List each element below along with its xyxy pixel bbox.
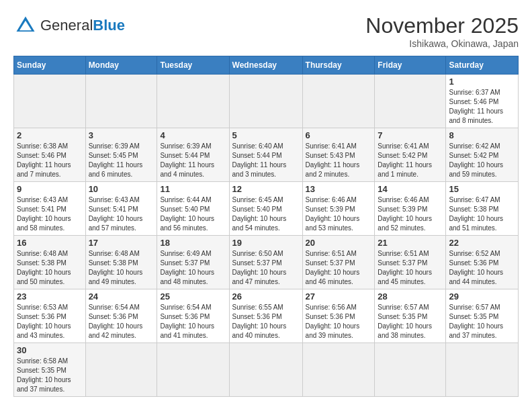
- day-info: Sunrise: 6:57 AM Sunset: 5:35 PM Dayligh…: [449, 303, 515, 340]
- title-block: November 2025 Ishikawa, Okinawa, Japan: [365, 13, 519, 49]
- day-info: Sunrise: 6:51 AM Sunset: 5:37 PM Dayligh…: [306, 249, 372, 287]
- logo-wordmark: GeneralBlue: [40, 18, 125, 33]
- weekday-header-thursday: Thursday: [302, 56, 375, 75]
- day-info: Sunrise: 6:41 AM Sunset: 5:43 PM Dayligh…: [306, 142, 372, 179]
- day-number: 20: [306, 238, 372, 248]
- day-cell: 19Sunrise: 6:50 AM Sunset: 5:37 PM Dayli…: [229, 236, 302, 289]
- day-info: Sunrise: 6:47 AM Sunset: 5:38 PM Dayligh…: [449, 195, 515, 233]
- day-number: 17: [89, 238, 154, 248]
- day-cell: [157, 75, 229, 128]
- day-info: Sunrise: 6:55 AM Sunset: 5:36 PM Dayligh…: [232, 303, 300, 340]
- day-number: 15: [449, 184, 515, 194]
- day-cell: 21Sunrise: 6:51 AM Sunset: 5:37 PM Dayli…: [375, 236, 446, 289]
- day-cell: 4Sunrise: 6:39 AM Sunset: 5:44 PM Daylig…: [157, 128, 229, 182]
- day-cell: [375, 75, 446, 128]
- day-cell: 16Sunrise: 6:48 AM Sunset: 5:38 PM Dayli…: [14, 236, 86, 289]
- day-info: Sunrise: 6:45 AM Sunset: 5:40 PM Dayligh…: [232, 195, 300, 233]
- day-cell: 10Sunrise: 6:43 AM Sunset: 5:41 PM Dayli…: [85, 182, 157, 236]
- week-row-1: 1Sunrise: 6:37 AM Sunset: 5:46 PM Daylig…: [14, 75, 519, 128]
- day-cell: 15Sunrise: 6:47 AM Sunset: 5:38 PM Dayli…: [446, 182, 519, 236]
- day-info: Sunrise: 6:40 AM Sunset: 5:44 PM Dayligh…: [232, 142, 300, 179]
- day-info: Sunrise: 6:54 AM Sunset: 5:36 PM Dayligh…: [160, 303, 226, 340]
- day-cell: 17Sunrise: 6:48 AM Sunset: 5:38 PM Dayli…: [85, 236, 157, 289]
- day-cell: 20Sunrise: 6:51 AM Sunset: 5:37 PM Dayli…: [302, 236, 375, 289]
- day-number: 14: [378, 184, 443, 194]
- day-number: 22: [449, 238, 515, 248]
- day-cell: 29Sunrise: 6:57 AM Sunset: 5:35 PM Dayli…: [446, 289, 519, 343]
- day-info: Sunrise: 6:54 AM Sunset: 5:36 PM Dayligh…: [89, 303, 154, 340]
- calendar-table: SundayMondayTuesdayWednesdayThursdayFrid…: [13, 56, 519, 397]
- day-cell: 5Sunrise: 6:40 AM Sunset: 5:44 PM Daylig…: [229, 128, 302, 182]
- day-info: Sunrise: 6:37 AM Sunset: 5:46 PM Dayligh…: [449, 88, 515, 126]
- day-number: 9: [17, 184, 83, 194]
- day-cell: 23Sunrise: 6:53 AM Sunset: 5:36 PM Dayli…: [14, 289, 86, 343]
- logo: GeneralBlue: [13, 13, 125, 38]
- day-number: 12: [232, 184, 300, 194]
- day-number: 28: [378, 291, 443, 302]
- weekday-header-friday: Friday: [375, 56, 446, 75]
- day-info: Sunrise: 6:50 AM Sunset: 5:37 PM Dayligh…: [232, 249, 300, 287]
- day-number: 25: [160, 291, 226, 302]
- day-info: Sunrise: 6:44 AM Sunset: 5:40 PM Dayligh…: [160, 195, 226, 233]
- day-info: Sunrise: 6:43 AM Sunset: 5:41 PM Dayligh…: [17, 195, 83, 233]
- day-cell: 11Sunrise: 6:44 AM Sunset: 5:40 PM Dayli…: [157, 182, 229, 236]
- day-info: Sunrise: 6:42 AM Sunset: 5:42 PM Dayligh…: [449, 142, 515, 179]
- day-cell: 13Sunrise: 6:46 AM Sunset: 5:39 PM Dayli…: [302, 182, 375, 236]
- day-cell: [229, 343, 302, 397]
- logo-text: GeneralBlue: [40, 18, 125, 33]
- day-number: 8: [449, 130, 515, 140]
- day-number: 21: [378, 238, 443, 248]
- day-info: Sunrise: 6:43 AM Sunset: 5:41 PM Dayligh…: [89, 195, 154, 233]
- week-row-6: 30Sunrise: 6:58 AM Sunset: 5:35 PM Dayli…: [14, 343, 519, 397]
- day-number: 16: [17, 238, 83, 248]
- day-info: Sunrise: 6:57 AM Sunset: 5:35 PM Dayligh…: [378, 303, 443, 340]
- day-number: 13: [306, 184, 372, 194]
- page-header: GeneralBlue November 2025 Ishikawa, Okin…: [13, 13, 519, 49]
- day-cell: [14, 75, 86, 128]
- day-cell: [157, 343, 229, 397]
- week-row-2: 2Sunrise: 6:38 AM Sunset: 5:46 PM Daylig…: [14, 128, 519, 182]
- day-cell: 9Sunrise: 6:43 AM Sunset: 5:41 PM Daylig…: [14, 182, 86, 236]
- day-cell: 25Sunrise: 6:54 AM Sunset: 5:36 PM Dayli…: [157, 289, 229, 343]
- day-number: 27: [306, 291, 372, 302]
- day-number: 4: [160, 130, 226, 140]
- day-info: Sunrise: 6:52 AM Sunset: 5:36 PM Dayligh…: [449, 249, 515, 287]
- day-cell: 1Sunrise: 6:37 AM Sunset: 5:46 PM Daylig…: [446, 75, 519, 128]
- day-number: 11: [160, 184, 226, 194]
- day-number: 23: [17, 291, 83, 302]
- weekday-header-tuesday: Tuesday: [157, 56, 229, 75]
- month-title: November 2025: [365, 13, 519, 38]
- day-info: Sunrise: 6:46 AM Sunset: 5:39 PM Dayligh…: [378, 195, 443, 233]
- day-number: 3: [89, 130, 154, 140]
- day-cell: 7Sunrise: 6:41 AM Sunset: 5:42 PM Daylig…: [375, 128, 446, 182]
- day-cell: 14Sunrise: 6:46 AM Sunset: 5:39 PM Dayli…: [375, 182, 446, 236]
- day-number: 29: [449, 291, 515, 302]
- day-info: Sunrise: 6:51 AM Sunset: 5:37 PM Dayligh…: [378, 249, 443, 287]
- day-info: Sunrise: 6:48 AM Sunset: 5:38 PM Dayligh…: [17, 249, 83, 287]
- day-cell: 6Sunrise: 6:41 AM Sunset: 5:43 PM Daylig…: [302, 128, 375, 182]
- day-info: Sunrise: 6:48 AM Sunset: 5:38 PM Dayligh…: [89, 249, 154, 287]
- week-row-5: 23Sunrise: 6:53 AM Sunset: 5:36 PM Dayli…: [14, 289, 519, 343]
- day-info: Sunrise: 6:53 AM Sunset: 5:36 PM Dayligh…: [17, 303, 83, 340]
- day-cell: [446, 343, 519, 397]
- day-cell: 2Sunrise: 6:38 AM Sunset: 5:46 PM Daylig…: [14, 128, 86, 182]
- day-number: 30: [17, 345, 83, 355]
- day-info: Sunrise: 6:39 AM Sunset: 5:44 PM Dayligh…: [160, 142, 226, 179]
- day-number: 6: [306, 130, 372, 140]
- weekday-header-sunday: Sunday: [14, 56, 86, 75]
- day-info: Sunrise: 6:49 AM Sunset: 5:37 PM Dayligh…: [160, 249, 226, 287]
- day-cell: [85, 343, 157, 397]
- day-number: 19: [232, 238, 300, 248]
- day-info: Sunrise: 6:46 AM Sunset: 5:39 PM Dayligh…: [306, 195, 372, 233]
- weekday-header-wednesday: Wednesday: [229, 56, 302, 75]
- day-info: Sunrise: 6:58 AM Sunset: 5:35 PM Dayligh…: [17, 357, 83, 394]
- day-number: 2: [17, 130, 83, 140]
- day-cell: [85, 75, 157, 128]
- weekday-header-monday: Monday: [85, 56, 157, 75]
- day-cell: 26Sunrise: 6:55 AM Sunset: 5:36 PM Dayli…: [229, 289, 302, 343]
- day-cell: 18Sunrise: 6:49 AM Sunset: 5:37 PM Dayli…: [157, 236, 229, 289]
- day-number: 26: [232, 291, 300, 302]
- weekday-header-row: SundayMondayTuesdayWednesdayThursdayFrid…: [14, 56, 519, 75]
- weekday-header-saturday: Saturday: [446, 56, 519, 75]
- day-number: 1: [449, 77, 515, 87]
